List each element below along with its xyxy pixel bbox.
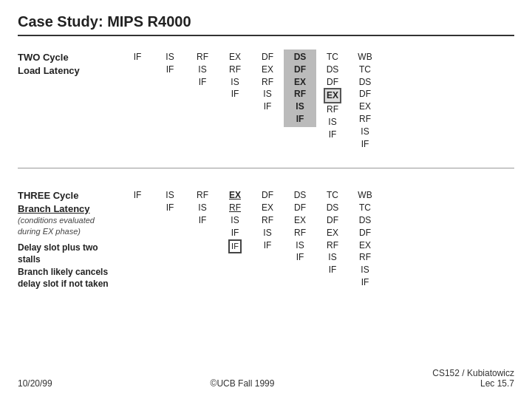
footer-course-line1: CS152 / Kubiatowicz <box>432 368 514 378</box>
two-cycle-section: TWO Cycle Load Latency IF ISIF RFISIF EX… <box>18 50 514 151</box>
three-stage-if: IF <box>121 188 154 203</box>
header: Case Study: MIPS R4000 <box>18 13 514 36</box>
three-cycle-label-line2: Branch Latency <box>18 202 95 216</box>
three-stage-rf-is-if: RFISIF <box>186 188 219 228</box>
section-divider <box>18 168 514 168</box>
footer-course-line2: Lec 15.7 <box>432 378 514 389</box>
three-cycle-section: THREE Cycle Branch Latency (conditions e… <box>18 188 514 290</box>
stage-tc-ds-df-ex-rf-is-if: TCDSDFEXRFISIF <box>316 50 349 143</box>
two-cycle-label-line2: Load Latency <box>18 64 121 78</box>
three-stage-tc-ds-df-ex-rf-is-if: TCDSDFEXRFISIF <box>316 188 349 278</box>
page-title: Case Study: MIPS R4000 <box>18 13 191 30</box>
stage-ds-df-ex-rf-is-if: DSDFEXRFISIF <box>284 50 316 127</box>
three-stage-is-if: ISIF <box>154 188 186 216</box>
stage-is-if: ISIF <box>154 50 186 78</box>
two-cycle-label: TWO Cycle Load Latency <box>18 50 121 77</box>
two-cycle-row: TWO Cycle Load Latency IF ISIF RFISIF EX… <box>18 50 514 151</box>
three-cycle-label: THREE Cycle Branch Latency (conditions e… <box>18 188 121 290</box>
three-cycle-row: THREE Cycle Branch Latency (conditions e… <box>18 188 514 290</box>
three-cycle-label-line1: THREE Cycle <box>18 189 95 202</box>
three-stage-ex-rf-is-if: EX RF ISIF IF <box>219 188 251 255</box>
footer-copyright: ©UCB Fall 1999 <box>211 378 275 389</box>
stage-df-ex-rf-is-if: DFEXRFISIF <box>251 50 284 115</box>
stage-wb-tc-ds-df-ex-rf-is-if: WBTCDSDFEXRFISIF <box>349 50 381 151</box>
two-cycle-label-line1: TWO Cycle <box>18 51 121 64</box>
three-stage-wb-tc-ds-df-ex-rf-is-if: WBTCDSDFEXRFISIF <box>349 188 381 290</box>
footer-date: 10/20/99 <box>18 378 52 389</box>
stage-rf-is-if: RFISIF <box>186 50 219 89</box>
three-stage-df-ex-rf-is-if: DFEXRFISIF <box>251 188 284 253</box>
three-stage-ds-df-ex-rf-is-if: DSDFEXRFISIF <box>284 188 316 265</box>
delay-note2: Branch likely cancels delay slot if not … <box>18 266 121 290</box>
footer-course: CS152 / Kubiatowicz Lec 15.7 <box>432 368 514 389</box>
page: Case Study: MIPS R4000 TWO Cycle Load La… <box>0 0 532 399</box>
delay-note1: Delay slot plus two stalls <box>18 242 121 265</box>
stage-if: IF <box>121 50 154 65</box>
footer: 10/20/99 ©UCB Fall 1999 CS152 / Kubiatow… <box>18 364 514 389</box>
main-content: TWO Cycle Load Latency IF ISIF RFISIF EX… <box>18 50 514 364</box>
stage-ex-rf-is-if: EXRFISIF <box>219 50 251 102</box>
three-cycle-note1: (conditions evaluated <box>18 215 95 226</box>
three-cycle-note2: during EX phase) <box>18 226 95 237</box>
